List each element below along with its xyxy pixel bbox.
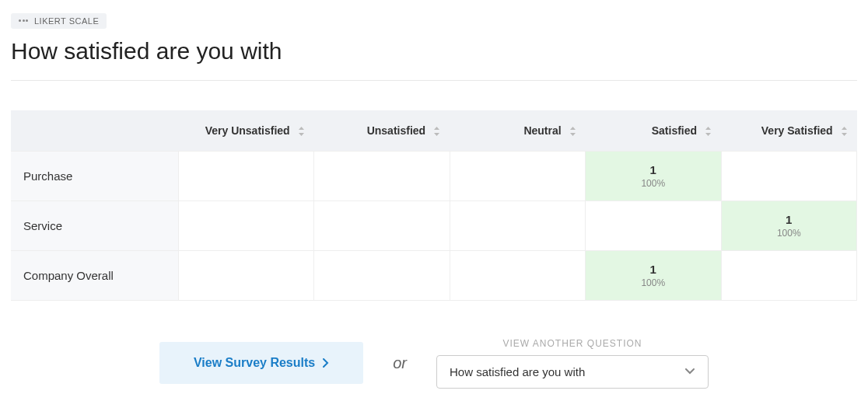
data-cell [314,201,450,250]
column-header-label: Satisfied [652,124,697,137]
sort-icon [298,127,305,136]
row-label: Company Overall [11,250,178,300]
data-cell [586,201,722,250]
chevron-down-icon [684,368,695,375]
question-title: How satisfied are you with [11,38,857,65]
data-cell [450,201,586,250]
footer-row: View Survey Results or VIEW ANOTHER QUES… [11,338,857,389]
dropdown-label: VIEW ANOTHER QUESTION [503,338,642,349]
sort-icon [569,127,576,136]
data-cell: 1100% [721,201,857,250]
data-cell [178,201,314,250]
ellipsis-icon [19,19,28,22]
data-cell: 1100% [586,151,722,201]
data-cell [450,250,586,300]
table-header-blank [11,110,178,152]
data-cell [178,151,314,201]
sort-icon [433,127,440,136]
data-cell [314,151,450,201]
sort-icon [841,127,848,136]
table-body: Purchase1100%Service1100%Company Overall… [11,151,857,300]
column-header-label: Unsatisfied [367,124,425,137]
table-row: Company Overall1100% [11,250,857,300]
data-cell [314,250,450,300]
dropdown-selected-text: How satisfied are you with [450,365,585,378]
cell-count: 1 [722,213,857,226]
divider [11,80,857,81]
column-header[interactable]: Unsatisfied [314,110,450,152]
data-cell [721,250,857,300]
question-type-badge: LIKERT SCALE [11,13,107,29]
data-cell [178,250,314,300]
data-cell: 1100% [586,250,722,300]
column-header[interactable]: Very Satisfied [721,110,857,152]
dropdown-wrap: VIEW ANOTHER QUESTION How satisfied are … [436,338,709,389]
question-type-text: LIKERT SCALE [34,16,99,26]
column-header[interactable]: Very Unsatisfied [178,110,314,152]
view-results-label: View Survey Results [194,356,315,370]
data-cell [450,151,586,201]
column-header-label: Very Unsatisfied [205,124,290,137]
data-cell [721,151,857,201]
sort-icon [705,127,712,136]
cell-percent: 100% [722,228,857,239]
cell-percent: 100% [586,178,721,189]
cell-percent: 100% [586,277,721,288]
view-results-button[interactable]: View Survey Results [159,342,363,384]
or-text: or [393,354,407,372]
cell-count: 1 [586,163,721,176]
table-row: Purchase1100% [11,151,857,201]
row-label: Service [11,201,178,250]
column-header-label: Neutral [523,124,561,137]
cell-count: 1 [586,263,721,276]
question-dropdown[interactable]: How satisfied are you with [436,355,709,389]
column-header-label: Very Satisfied [761,124,833,137]
table-row: Service1100% [11,201,857,250]
column-header[interactable]: Satisfied [586,110,722,152]
column-header[interactable]: Neutral [450,110,586,152]
chevron-right-icon [323,358,329,368]
likert-table: Very Unsatisfied Unsatisfied Neutral Sat… [11,110,857,301]
row-label: Purchase [11,151,178,201]
